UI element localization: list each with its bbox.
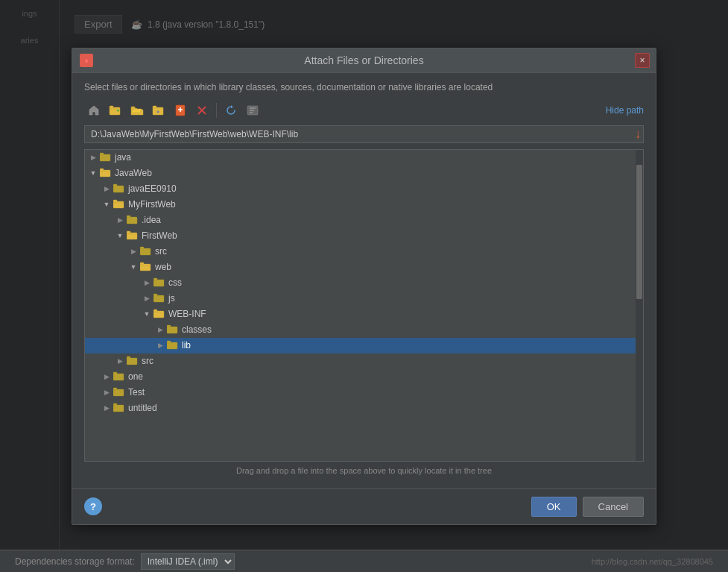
path-input[interactable]: [84, 125, 644, 143]
storage-format-select[interactable]: IntelliJ IDEA (.iml): [141, 553, 235, 570]
toggle-button[interactable]: [243, 101, 262, 119]
tree-toggle-JavaWeb[interactable]: ▼: [88, 168, 98, 178]
svg-rect-22: [100, 169, 104, 171]
tree-label-java: java: [115, 152, 640, 163]
tree-node-.idea[interactable]: ▶ .idea: [85, 213, 643, 228]
tree-label-js: js: [168, 293, 640, 304]
toolbar-separator: [216, 103, 217, 118]
footer-actions: OK Cancel: [531, 497, 644, 517]
svg-rect-41: [167, 327, 177, 333]
tree-toggle-one[interactable]: ▶: [101, 371, 112, 382]
svg-rect-52: [113, 403, 117, 406]
svg-rect-51: [113, 405, 124, 412]
tree-label-src1: src: [155, 246, 640, 257]
tree-node-JavaWeb[interactable]: ▼ JavaWeb: [85, 166, 643, 181]
tree-toggle-lib[interactable]: ▶: [155, 340, 165, 351]
svg-rect-34: [140, 263, 144, 265]
folder-icon-MyFirstWeb: [113, 198, 125, 211]
tree-toggle-web[interactable]: ▼: [128, 262, 139, 272]
svg-rect-44: [167, 341, 171, 343]
svg-rect-36: [153, 278, 157, 280]
file-toolbar: +: [84, 101, 644, 119]
tree-toggle-src2[interactable]: ▶: [115, 356, 125, 366]
attach-files-dialog: ♦ Attach Files or Directories × Select f…: [72, 48, 656, 525]
tree-label-FirstWeb: FirstWeb: [142, 230, 640, 241]
hide-path-button[interactable]: Hide path: [606, 105, 644, 116]
svg-marker-14: [231, 105, 233, 108]
folder-icon-untitled: [113, 402, 125, 415]
svg-rect-1: [110, 106, 113, 108]
tree-node-one[interactable]: ▶ one: [85, 369, 643, 385]
tree-node-src1[interactable]: ▶ src: [85, 244, 643, 260]
svg-rect-24: [113, 184, 117, 186]
tree-node-FirstWeb[interactable]: ▼ FirstWeb: [85, 228, 643, 244]
tree-node-classes[interactable]: ▶ classes: [85, 322, 643, 338]
close-button[interactable]: ×: [635, 53, 650, 68]
tree-toggle-MyFirstWeb[interactable]: ▼: [101, 199, 112, 210]
tree-label-web: web: [155, 262, 640, 272]
tree-toggle-WEB-INF[interactable]: ▼: [142, 309, 152, 319]
tree-label-.idea: .idea: [142, 215, 640, 225]
open-folder-button[interactable]: [127, 101, 147, 119]
path-input-wrapper: ↓: [84, 125, 644, 143]
tree-node-lib[interactable]: ▶ lib: [85, 338, 643, 353]
bookmark-button[interactable]: [171, 101, 190, 119]
folder-icon-Test: [113, 386, 125, 399]
tree-node-java[interactable]: ▶ java: [85, 150, 643, 166]
tree-toggle-src1[interactable]: ▶: [128, 246, 139, 257]
svg-rect-46: [127, 356, 130, 359]
svg-rect-43: [167, 342, 177, 349]
tree-node-web[interactable]: ▼ web: [85, 260, 643, 275]
svg-rect-48: [113, 372, 117, 374]
folder-icon-js: [153, 292, 165, 305]
tree-toggle-classes[interactable]: ▶: [155, 324, 165, 335]
home-button[interactable]: [84, 101, 104, 119]
file-tree[interactable]: ▶ java▼ JavaWeb▶ javaEE0910▼ MyFirstWeb▶…: [84, 149, 644, 462]
ok-button[interactable]: OK: [531, 497, 577, 517]
scrollbar-track[interactable]: [636, 150, 643, 461]
folder-icon-src1: [140, 245, 152, 258]
svg-rect-30: [127, 231, 130, 233]
folder-icon-one: [113, 371, 125, 383]
folder-icon-JavaWeb: [100, 167, 112, 180]
svg-rect-45: [127, 358, 137, 365]
new-folder-button[interactable]: [149, 101, 168, 119]
tree-label-lib: lib: [182, 340, 640, 351]
tree-toggle-.idea[interactable]: ▶: [115, 215, 125, 225]
svg-rect-33: [140, 264, 151, 271]
dialog-overlay: ♦ Attach Files or Directories × Select f…: [0, 0, 728, 572]
folder-icon-javaEE0910: [113, 183, 125, 195]
tree-toggle-js[interactable]: ▶: [142, 293, 152, 304]
help-button[interactable]: ?: [84, 497, 102, 515]
svg-rect-40: [153, 309, 157, 312]
delete-button[interactable]: [192, 101, 212, 119]
folder-icon-.idea: [127, 214, 139, 227]
dialog-body: Select files or directories in which lib…: [72, 73, 656, 488]
svg-rect-37: [153, 295, 164, 302]
folder-icon-WEB-INF: [153, 308, 165, 321]
tree-toggle-untitled[interactable]: ▶: [101, 403, 112, 413]
svg-rect-29: [127, 233, 137, 239]
scrollbar-thumb[interactable]: [636, 165, 642, 299]
tree-node-Test[interactable]: ▶ Test: [85, 385, 643, 400]
tree-node-WEB-INF[interactable]: ▼ WEB-INF: [85, 307, 643, 322]
refresh-button[interactable]: [221, 101, 241, 119]
new-folder-special-button[interactable]: +: [106, 101, 125, 119]
tree-node-javaEE0910[interactable]: ▶ javaEE0910: [85, 181, 643, 197]
tree-node-MyFirstWeb[interactable]: ▼ MyFirstWeb: [85, 197, 643, 213]
tree-toggle-FirstWeb[interactable]: ▼: [115, 230, 125, 241]
folder-icon-classes: [167, 324, 179, 336]
tree-toggle-javaEE0910[interactable]: ▶: [101, 183, 112, 194]
tree-node-src2[interactable]: ▶ src: [85, 353, 643, 369]
tree-node-untitled[interactable]: ▶ untitled: [85, 400, 643, 416]
tree-node-js[interactable]: ▶ js: [85, 291, 643, 307]
tree-toggle-Test[interactable]: ▶: [101, 387, 112, 397]
svg-rect-20: [100, 153, 104, 155]
svg-rect-50: [113, 388, 117, 390]
tree-node-css[interactable]: ▶ css: [85, 275, 643, 291]
tree-toggle-java[interactable]: ▶: [88, 152, 98, 163]
cancel-button[interactable]: Cancel: [583, 497, 644, 517]
tree-toggle-css[interactable]: ▶: [142, 277, 152, 288]
svg-rect-47: [113, 374, 124, 380]
url-hint: http://blog.csdn.net/qq_32808045: [592, 557, 713, 566]
